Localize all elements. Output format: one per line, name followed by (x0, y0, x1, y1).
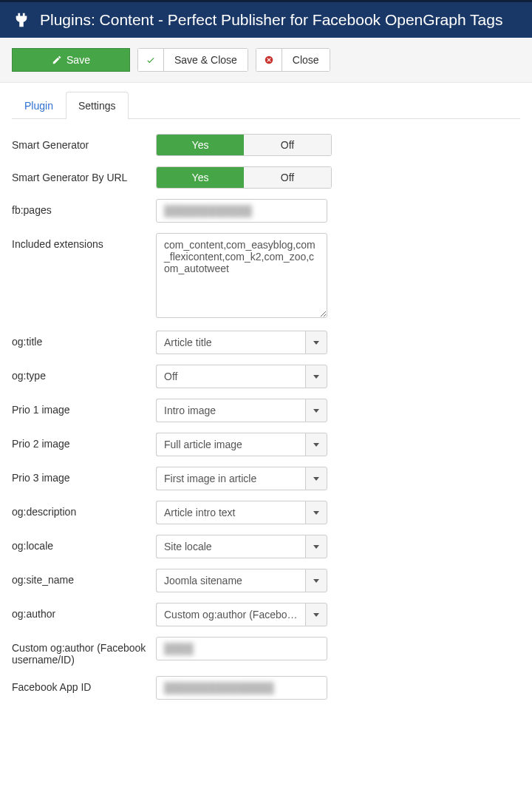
chevron-down-icon[interactable] (305, 603, 327, 626)
prio3-select[interactable]: First image in article (156, 467, 327, 490)
close-label: Close (282, 48, 330, 72)
toggle-yes[interactable]: Yes (157, 167, 244, 188)
prio2-label: Prio 2 image (12, 433, 156, 450)
select-value: Off (156, 365, 305, 388)
custom-og-author-label: Custom og:author (Facebook username/ID) (12, 637, 156, 666)
smart-generator-url-label: Smart Generator By URL (12, 166, 156, 183)
settings-form: Smart Generator Yes Off Smart Generator … (12, 119, 520, 700)
prio1-label: Prio 1 image (12, 399, 156, 416)
chevron-down-icon[interactable] (305, 433, 327, 456)
select-value: Site locale (156, 535, 305, 558)
og-author-select[interactable]: Custom og:author (Facebook… (156, 603, 327, 626)
page-title: Plugins: Content - Perfect Publisher for… (40, 11, 502, 29)
og-title-label: og:title (12, 331, 156, 348)
save-icon (52, 55, 62, 65)
og-description-select[interactable]: Article intro text (156, 501, 327, 524)
toggle-yes[interactable]: Yes (157, 135, 244, 155)
smart-generator-label: Smart Generator (12, 134, 156, 151)
save-close-label: Save & Close (163, 48, 248, 72)
prio2-select[interactable]: Full article image (156, 433, 327, 456)
select-value: Article title (156, 331, 305, 354)
select-value: Joomla sitename (156, 569, 305, 592)
og-locale-label: og:locale (12, 535, 156, 552)
og-site-name-select[interactable]: Joomla sitename (156, 569, 327, 592)
chevron-down-icon[interactable] (305, 501, 327, 524)
save-label: Save (66, 54, 90, 66)
close-icon (256, 48, 282, 72)
select-value: First image in article (156, 467, 305, 490)
og-locale-select[interactable]: Site locale (156, 535, 327, 558)
og-author-label: og:author (12, 603, 156, 620)
prio3-label: Prio 3 image (12, 467, 156, 484)
select-value: Custom og:author (Facebook… (156, 603, 305, 626)
fb-pages-input[interactable]: ████████████ (156, 199, 327, 223)
og-title-select[interactable]: Article title (156, 331, 327, 354)
chevron-down-icon[interactable] (305, 569, 327, 592)
custom-og-author-input[interactable]: ████ (156, 637, 327, 660)
smart-generator-toggle[interactable]: Yes Off (156, 134, 332, 156)
tab-plugin[interactable]: Plugin (12, 92, 66, 119)
og-site-name-label: og:site_name (12, 569, 156, 586)
check-icon (137, 48, 163, 72)
chevron-down-icon[interactable] (305, 535, 327, 558)
select-value: Intro image (156, 399, 305, 422)
prio1-select[interactable]: Intro image (156, 399, 327, 422)
content-area: Plugin Settings Smart Generator Yes Off … (0, 92, 532, 732)
select-value: Article intro text (156, 501, 305, 524)
included-ext-label: Included extensions (12, 233, 156, 250)
save-button[interactable]: Save (12, 48, 130, 72)
fb-pages-label: fb:pages (12, 199, 156, 216)
toggle-off[interactable]: Off (244, 167, 331, 188)
fb-app-id-input[interactable]: ███████████████ (156, 676, 327, 700)
tabs: Plugin Settings (12, 92, 520, 119)
og-type-select[interactable]: Off (156, 365, 327, 388)
tab-settings[interactable]: Settings (66, 92, 129, 119)
chevron-down-icon[interactable] (305, 467, 327, 490)
select-value: Full article image (156, 433, 305, 456)
chevron-down-icon[interactable] (305, 365, 327, 388)
smart-generator-url-toggle[interactable]: Yes Off (156, 166, 332, 189)
toggle-off[interactable]: Off (244, 135, 331, 155)
chevron-down-icon[interactable] (305, 331, 327, 354)
fb-app-id-label: Facebook App ID (12, 676, 156, 693)
close-button[interactable]: Close (256, 48, 330, 72)
chevron-down-icon[interactable] (305, 399, 327, 422)
toolbar: Save Save & Close Close (0, 38, 532, 83)
og-type-label: og:type (12, 365, 156, 382)
save-close-button[interactable]: Save & Close (137, 48, 248, 72)
page-header: Plugins: Content - Perfect Publisher for… (0, 0, 532, 38)
included-ext-textarea[interactable] (156, 233, 327, 318)
plug-icon (13, 12, 30, 28)
og-description-label: og:description (12, 501, 156, 518)
